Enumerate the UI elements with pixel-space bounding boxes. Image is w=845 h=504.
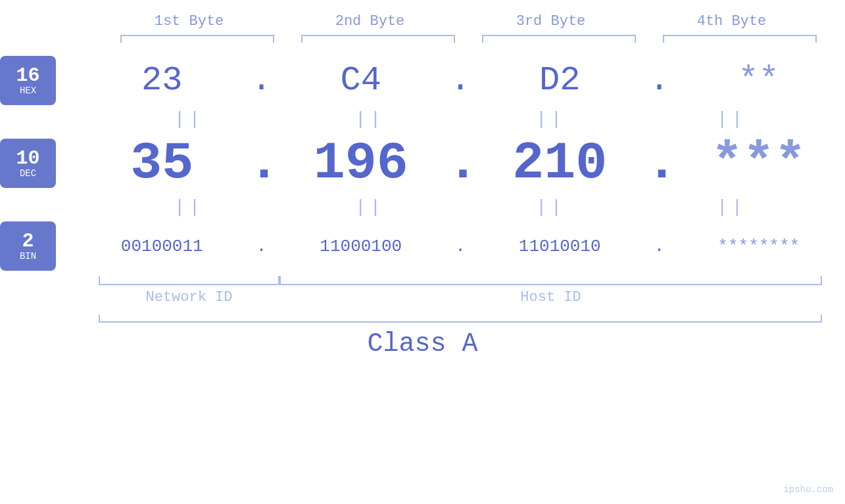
dec-base-label: 10 DEC: [0, 139, 56, 188]
byte2-header: 2nd Byte: [279, 13, 460, 30]
equals-row-2: || || || ||: [99, 193, 822, 221]
bottom-brackets: [99, 276, 822, 285]
main-container: 1st Byte 2nd Byte 3rd Byte 4th Byte 16 H…: [0, 0, 845, 504]
bin-row: 2 BIN 00100011 . 11000100 . 11010010 . *…: [0, 221, 845, 271]
network-bracket: [99, 276, 279, 285]
hex-byte4: **: [738, 61, 779, 100]
dec-dot1: .: [249, 133, 275, 193]
eq2-byte3: ||: [460, 197, 641, 218]
hex-base-label: 16 HEX: [0, 56, 56, 105]
bin-byte4: ********: [717, 237, 800, 256]
id-labels: Network ID Host ID: [99, 289, 822, 306]
bin-dot1: .: [249, 237, 275, 256]
dec-byte2: 196: [314, 133, 408, 193]
bin-byte1: 00100011: [121, 237, 203, 256]
eq1-byte1: ||: [99, 109, 279, 129]
hex-dot2: .: [447, 61, 473, 100]
eq1-byte2: ||: [279, 109, 460, 129]
bin-dot3: .: [646, 237, 673, 256]
overall-bracket-container: [99, 315, 822, 323]
dec-byte4: ***: [712, 133, 806, 193]
dec-dot2: .: [447, 133, 473, 193]
bin-base-label: 2 BIN: [0, 221, 56, 271]
byte3-header: 3rd Byte: [460, 13, 641, 30]
byte4-header: 4th Byte: [641, 13, 822, 30]
hex-dot1: .: [249, 61, 275, 100]
eq2-byte1: ||: [99, 197, 279, 218]
bin-byte2: 11000100: [320, 237, 402, 256]
class-label: Class A: [367, 329, 477, 359]
host-id-label: Host ID: [279, 289, 822, 306]
overall-bracket: [99, 315, 822, 323]
eq1-byte4: ||: [641, 109, 822, 129]
eq1-byte3: ||: [460, 109, 641, 129]
network-id-label: Network ID: [99, 289, 279, 306]
host-bracket: [279, 276, 822, 285]
hex-row: 16 HEX 23 . C4 . D2 . **: [0, 56, 845, 105]
eq2-byte4: ||: [641, 197, 822, 218]
hex-dot3: .: [646, 61, 673, 100]
hex-byte2: C4: [341, 61, 381, 100]
eq2-byte2: ||: [279, 197, 460, 218]
dec-dot3: .: [646, 133, 673, 193]
bin-byte3: 11010010: [519, 237, 601, 256]
dec-byte3: 210: [512, 133, 607, 193]
byte1-header: 1st Byte: [99, 13, 279, 30]
dec-row: 10 DEC 35 . 196 . 210 . ***: [0, 133, 845, 193]
hex-byte3: D2: [539, 61, 580, 100]
top-brackets: [107, 35, 831, 43]
hex-byte1: 23: [141, 61, 182, 100]
watermark: ipshu.com: [783, 484, 833, 495]
dec-byte1: 35: [130, 133, 193, 193]
equals-row-1: || || || ||: [99, 105, 822, 133]
bin-dot2: .: [447, 237, 473, 256]
